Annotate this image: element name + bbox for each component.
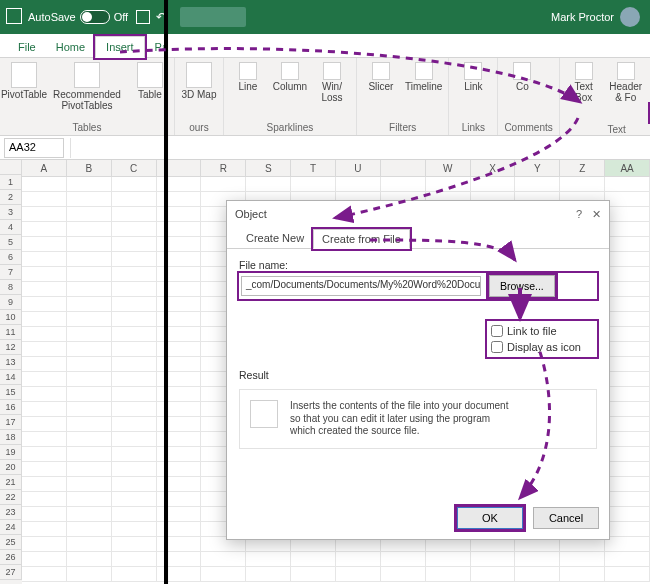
column-header[interactable]: A	[22, 160, 67, 177]
cell[interactable]	[201, 177, 246, 192]
cell[interactable]	[22, 237, 67, 252]
cell[interactable]	[605, 417, 650, 432]
cell[interactable]	[605, 312, 650, 327]
row-header[interactable]: 4	[0, 220, 22, 235]
column-header[interactable]	[381, 160, 426, 177]
save-icon[interactable]	[136, 10, 150, 24]
cell[interactable]	[112, 507, 157, 522]
cell[interactable]	[67, 402, 112, 417]
cell[interactable]	[157, 462, 202, 477]
slicer-button[interactable]: Slicer	[363, 62, 399, 93]
cell[interactable]	[605, 567, 650, 582]
cell[interactable]	[605, 477, 650, 492]
cell[interactable]	[336, 177, 381, 192]
cell[interactable]	[605, 297, 650, 312]
cell[interactable]	[112, 492, 157, 507]
row-header[interactable]: 8	[0, 280, 22, 295]
cell[interactable]	[22, 282, 67, 297]
cell[interactable]	[22, 537, 67, 552]
cell[interactable]	[112, 282, 157, 297]
ok-button[interactable]: OK	[457, 507, 523, 529]
cell[interactable]	[112, 222, 157, 237]
cell[interactable]	[246, 177, 291, 192]
cell[interactable]	[426, 552, 471, 567]
cell[interactable]	[157, 552, 202, 567]
cell[interactable]	[67, 282, 112, 297]
tab-create-new[interactable]: Create New	[237, 228, 313, 248]
cell[interactable]	[22, 567, 67, 582]
cell[interactable]	[112, 567, 157, 582]
cell[interactable]	[157, 567, 202, 582]
cell[interactable]	[67, 462, 112, 477]
cell[interactable]	[605, 402, 650, 417]
link-to-file-check[interactable]: Link to file	[491, 325, 593, 337]
cell[interactable]	[605, 222, 650, 237]
row-header[interactable]: 3	[0, 205, 22, 220]
cell[interactable]	[605, 372, 650, 387]
cell[interactable]	[67, 537, 112, 552]
cell[interactable]	[605, 177, 650, 192]
row-headers[interactable]: 1234567891011121314151617181920212223242…	[0, 160, 22, 584]
cell[interactable]	[67, 237, 112, 252]
cell[interactable]	[112, 402, 157, 417]
tab-more[interactable]: Pa	[145, 37, 178, 57]
cell[interactable]	[605, 357, 650, 372]
cell[interactable]	[336, 567, 381, 582]
cell[interactable]	[157, 432, 202, 447]
column-header[interactable]	[157, 160, 202, 177]
tab-insert[interactable]: Insert	[95, 36, 145, 58]
cell[interactable]	[157, 522, 202, 537]
column-header[interactable]: B	[67, 160, 112, 177]
cell[interactable]	[22, 207, 67, 222]
cell[interactable]	[67, 432, 112, 447]
cell[interactable]	[22, 327, 67, 342]
cell[interactable]	[381, 177, 426, 192]
column-headers[interactable]: ABCRSTUWXYZAA	[22, 160, 650, 177]
cell[interactable]	[291, 552, 336, 567]
sparkline-column[interactable]: Column	[272, 62, 308, 103]
cell[interactable]	[201, 552, 246, 567]
cell[interactable]	[112, 327, 157, 342]
row-header[interactable]: 19	[0, 445, 22, 460]
row-header[interactable]	[0, 160, 22, 175]
cell[interactable]	[246, 552, 291, 567]
column-header[interactable]: R	[201, 160, 246, 177]
3dmap-button[interactable]: 3D Map	[181, 62, 217, 101]
cell[interactable]	[67, 297, 112, 312]
cell[interactable]	[560, 177, 605, 192]
cell[interactable]	[605, 522, 650, 537]
cell[interactable]	[67, 372, 112, 387]
row-header[interactable]: 9	[0, 295, 22, 310]
cell[interactable]	[67, 477, 112, 492]
cell[interactable]	[22, 432, 67, 447]
display-as-icon-check[interactable]: Display as icon	[491, 341, 593, 353]
user-account[interactable]: Mark Proctor	[551, 7, 640, 27]
cell[interactable]	[157, 492, 202, 507]
cell[interactable]	[605, 537, 650, 552]
cell[interactable]	[291, 177, 336, 192]
cell[interactable]	[112, 552, 157, 567]
row-header[interactable]: 13	[0, 355, 22, 370]
cell[interactable]	[67, 387, 112, 402]
recommended-pivot-button[interactable]: Recommended PivotTables	[48, 62, 126, 111]
header-footer-button[interactable]: Header & Fo	[608, 62, 644, 122]
cell[interactable]	[67, 327, 112, 342]
cell[interactable]	[157, 282, 202, 297]
cell[interactable]	[112, 417, 157, 432]
cell[interactable]	[112, 522, 157, 537]
cell[interactable]	[22, 417, 67, 432]
column-header[interactable]: C	[112, 160, 157, 177]
row-header[interactable]: 20	[0, 460, 22, 475]
cell[interactable]	[605, 282, 650, 297]
row-header[interactable]: 7	[0, 265, 22, 280]
row-header[interactable]: 12	[0, 340, 22, 355]
link-button[interactable]: Link	[455, 62, 491, 93]
row-header[interactable]: 18	[0, 430, 22, 445]
cell[interactable]	[157, 417, 202, 432]
row-header[interactable]: 22	[0, 490, 22, 505]
column-header[interactable]: AA	[605, 160, 650, 177]
column-header[interactable]: Y	[515, 160, 560, 177]
cell[interactable]	[112, 237, 157, 252]
cell[interactable]	[157, 402, 202, 417]
cell[interactable]	[67, 267, 112, 282]
